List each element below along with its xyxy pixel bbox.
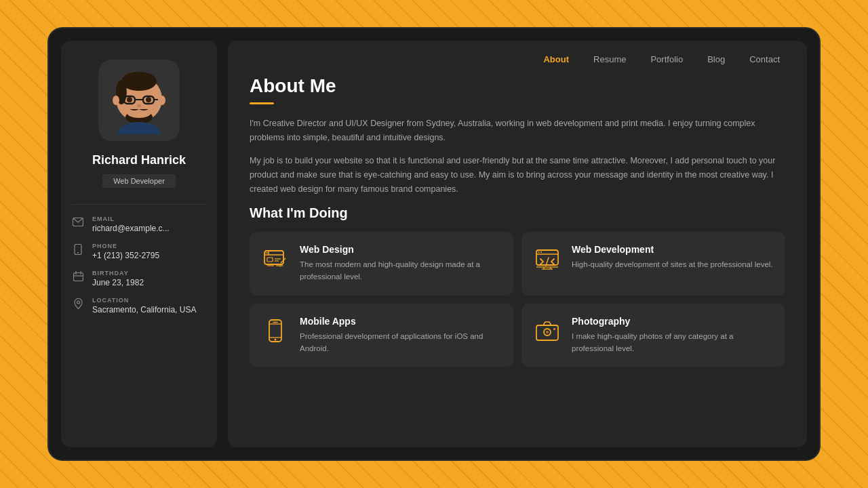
email-label: EMAIL <box>92 216 170 222</box>
svg-point-27 <box>266 252 267 253</box>
service-photography: Photography I make high-quality photos o… <box>521 304 785 367</box>
service-mobile: Mobile Apps Professional development of … <box>250 304 513 367</box>
svg-point-39 <box>540 251 542 253</box>
main-content: About Resume Portfolio Blog Contact Abou… <box>228 41 807 447</box>
location-value: Sacramento, California, USA <box>92 305 196 314</box>
phone-label: PHONE <box>92 243 159 249</box>
photography-name: Photography <box>572 316 774 327</box>
svg-point-48 <box>275 338 277 340</box>
content-area: About Me I'm Creative Director and UI/UX… <box>228 68 807 447</box>
location-label: LOCATION <box>92 297 196 304</box>
location-icon <box>72 298 84 311</box>
svg-point-28 <box>267 252 269 253</box>
service-web-design: Web Design The most modern and high-qual… <box>250 232 513 296</box>
photography-desc: I make high-quality photos of any catego… <box>572 331 774 355</box>
location-item: LOCATION Sacramento, California, USA <box>72 297 206 314</box>
svg-point-15 <box>117 122 161 134</box>
tab-portfolio[interactable]: Portfolio <box>639 50 694 68</box>
birthday-icon <box>72 271 84 283</box>
svg-point-23 <box>77 301 79 304</box>
avatar <box>98 60 180 141</box>
sidebar-divider <box>72 204 206 205</box>
camera-icon <box>532 316 562 346</box>
svg-point-13 <box>113 96 119 105</box>
web-dev-desc: High-quality development of sites at the… <box>572 259 773 271</box>
email-item: EMAIL richard@example.c... <box>72 216 206 233</box>
birthday-value: June 23, 1982 <box>92 278 144 287</box>
profile-title: Web Developer <box>102 174 176 188</box>
svg-point-1 <box>121 72 157 91</box>
svg-point-10 <box>137 104 141 107</box>
svg-point-38 <box>538 251 540 253</box>
svg-point-12 <box>127 107 151 118</box>
svg-point-9 <box>146 97 151 102</box>
web-dev-icon <box>532 244 562 274</box>
web-design-desc: The most modern and high-quality design … <box>300 259 502 283</box>
svg-rect-45 <box>269 320 281 342</box>
services-grid: Web Design The most modern and high-qual… <box>250 232 785 367</box>
phone-item: PHONE +1 (213) 352-2795 <box>72 243 206 260</box>
tab-about[interactable]: About <box>532 50 580 68</box>
mobile-desc: Professional development of applications… <box>300 331 502 355</box>
tab-blog[interactable]: Blog <box>696 50 736 68</box>
svg-point-18 <box>77 252 79 253</box>
birthday-label: BIRTHDAY <box>92 270 144 277</box>
bio-paragraph-1: I'm Creative Director and UI/UX Designer… <box>250 117 785 144</box>
sidebar: Richard Hanrick Web Developer EMAIL rich… <box>61 41 217 447</box>
svg-rect-19 <box>73 273 83 281</box>
svg-point-14 <box>159 96 165 105</box>
main-card: Richard Hanrick Web Developer EMAIL rich… <box>47 27 821 461</box>
svg-rect-29 <box>267 258 273 262</box>
service-web-dev: Web Development High-quality development… <box>521 232 785 296</box>
title-underline <box>250 102 274 104</box>
tab-contact[interactable]: Contact <box>738 50 791 68</box>
birthday-item: BIRTHDAY June 23, 1982 <box>72 270 206 287</box>
info-list: EMAIL richard@example.c... PHONE +1 (213… <box>72 216 206 314</box>
mobile-icon <box>260 316 290 346</box>
page-title: About Me <box>250 75 785 97</box>
svg-point-8 <box>127 97 132 102</box>
email-value: richard@example.c... <box>92 224 170 233</box>
web-design-icon <box>260 244 290 274</box>
mobile-name: Mobile Apps <box>300 316 502 327</box>
phone-icon <box>72 244 84 257</box>
svg-point-52 <box>546 331 549 333</box>
web-design-name: Web Design <box>300 244 502 255</box>
phone-value: +1 (213) 352-2795 <box>92 251 159 260</box>
email-icon <box>72 217 84 228</box>
web-dev-name: Web Development <box>572 244 773 255</box>
svg-rect-53 <box>553 328 555 330</box>
nav-tabs: About Resume Portfolio Blog Contact <box>228 41 807 68</box>
section-what-doing: What I'm Doing <box>250 205 785 221</box>
bio-paragraph-2: My job is to build your website so that … <box>250 154 785 196</box>
profile-name: Richard Hanrick <box>92 153 186 167</box>
tab-resume[interactable]: Resume <box>583 50 637 68</box>
